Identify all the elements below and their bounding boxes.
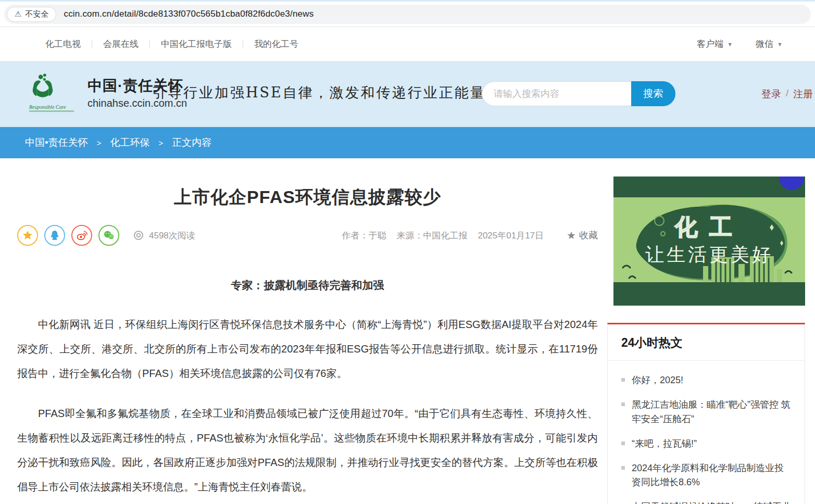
responsible-care-tagline	[29, 110, 74, 112]
chevron-down-icon: ▼	[727, 41, 733, 47]
hot-article-link[interactable]: 中国天然碱崛起恰逢其时——纯碱工业高质量发展综合述评之二	[621, 500, 791, 504]
hot-article-title: 2024年化学原料和化学制品制造业投资同比增长8.6%	[632, 461, 791, 490]
warning-icon: ⚠	[15, 9, 21, 19]
nav-link-e-paper[interactable]: 中国化工报电子版	[160, 38, 233, 50]
site-slogan: 引导行业加强HSE自律，激发和传递行业正能量	[152, 83, 486, 102]
page: ⚠ 不安全 ccin.com.cn/detail/8cde8133f070c56…	[0, 0, 815, 504]
share-weibo-button[interactable]	[71, 225, 92, 246]
qzone-star-icon	[22, 230, 33, 241]
article-meta-row: 4598次阅读 作者：于聪 来源：中国化工报 2025年01月17日 ★ 收藏	[17, 225, 598, 246]
view-count: 4598次阅读	[133, 230, 195, 242]
breadcrumb-separator: >	[97, 138, 102, 147]
weibo-icon	[76, 230, 87, 241]
banner-subtitle: 让生活更美好	[645, 244, 773, 265]
nav-separator	[149, 40, 150, 48]
hot-article-title: 黑龙江吉地油服：瞄准“靶心”强管控 筑牢安全“压舱石”	[632, 398, 791, 427]
wechat-label: 微信	[756, 38, 773, 50]
search-bar: 搜索	[482, 81, 675, 106]
banner-title: 化工	[674, 214, 744, 240]
share-qq-button[interactable]	[44, 225, 65, 246]
square-bullet-icon	[621, 442, 625, 445]
hot-article-link[interactable]: “来吧，拉瓦锡!”	[621, 437, 791, 451]
nav-link-my-account[interactable]: 我的化工号	[253, 38, 299, 50]
article-date: 2025年01月17日	[478, 230, 544, 242]
browser-address-bar: ⚠ 不安全 ccin.com.cn/detail/8cde8133f070c56…	[0, 0, 815, 27]
share-buttons	[17, 225, 119, 246]
qq-penguin-icon	[49, 230, 60, 241]
square-bullet-icon	[621, 466, 625, 470]
favorite-button[interactable]: ★ 收藏	[567, 229, 598, 242]
auth-links: 登录 / 注册	[761, 87, 813, 101]
star-icon: ★	[567, 229, 576, 242]
url-bar[interactable]: ⚠ 不安全 ccin.com.cn/detail/8cde8133f070c56…	[4, 5, 811, 24]
search-button[interactable]: 搜索	[631, 81, 675, 106]
register-link[interactable]: 注册	[793, 87, 813, 101]
article-body: 中化新网讯 近日，环保组织上海闵行区青悦环保信息技术服务中心（简称“上海青悦”）…	[17, 312, 598, 504]
article-author: 作者：于聪	[342, 230, 386, 242]
hot-article-title: “来吧，拉瓦锡!”	[632, 437, 697, 451]
breadcrumb-current: 正文内容	[172, 136, 211, 149]
search-input[interactable]	[482, 81, 631, 106]
article-source: 来源：中国化工报	[396, 230, 467, 242]
hot-article-link[interactable]: 2024年化学原料和化学制品制造业投资同比增长8.6%	[621, 461, 791, 490]
nav-separator	[243, 40, 243, 48]
article-paragraph: 中化新网讯 近日，环保组织上海闵行区青悦环保信息技术服务中心（简称“上海青悦”）…	[17, 312, 598, 386]
share-wechat-button[interactable]	[98, 225, 119, 246]
wechat-bubbles-icon	[103, 230, 115, 241]
topnav-right: 客户端 ▼ 微信 ▼	[697, 38, 783, 50]
breadcrumb-home[interactable]: 中国•责任关怀	[25, 136, 88, 149]
article-subtitle: 专家：披露机制亟待完善和加强	[17, 278, 598, 293]
url-text: ccin.com.cn/detail/8cde8133f070c565b1cba…	[64, 9, 314, 19]
nav-link-chemical-tv[interactable]: 化工电视	[44, 38, 82, 50]
responsible-care-hands-icon	[29, 73, 56, 101]
chemical-industry-banner[interactable]: 化工 让生活更美好	[613, 177, 805, 306]
sidebar: 化工 让生活更美好 24小时热文 你好，2025! 黑龙江吉地油服：瞄准“靶心”…	[613, 158, 805, 504]
hot-article-link[interactable]: 黑龙江吉地油服：瞄准“靶心”强管控 筑牢安全“压舱石”	[621, 398, 791, 427]
security-badge[interactable]: ⚠ 不安全	[7, 7, 56, 22]
site-logo[interactable]: Responsible Care	[29, 73, 81, 112]
breadcrumb-separator: >	[158, 138, 163, 147]
nav-link-expo-online[interactable]: 会展在线	[102, 38, 140, 50]
site-header: Responsible Care 中国·责任关怀 chinahse.ccin.c…	[0, 61, 815, 127]
favorite-label: 收藏	[579, 229, 598, 242]
wechat-dropdown[interactable]: 微信 ▼	[756, 38, 783, 50]
hot-articles-panel: 24小时热文 你好，2025! 黑龙江吉地油服：瞄准“靶心”强管控 筑牢安全“压…	[607, 323, 805, 504]
nav-separator	[92, 40, 92, 48]
hot-panel-header: 24小时热文	[608, 324, 805, 361]
article-paragraph: PFAS即全氟和多氟烷基物质，在全球工业和消费品领域已被广泛使用超过70年。“由…	[17, 401, 598, 499]
article-byline: 作者：于聪 来源：中国化工报 2025年01月17日 ★ 收藏	[342, 229, 598, 242]
square-bullet-icon	[621, 378, 625, 382]
responsible-care-label: Responsible Care	[29, 104, 81, 110]
square-bullet-icon	[621, 402, 625, 406]
top-utility-nav: 化工电视 会展在线 中国化工报电子版 我的化工号 客户端 ▼ 微信 ▼	[0, 27, 815, 61]
breadcrumb: 中国•责任关怀 > 化工环保 > 正文内容	[0, 127, 815, 158]
client-app-dropdown[interactable]: 客户端 ▼	[697, 38, 733, 50]
article-column: 上市化企PFAS环境信息披露较少	[0, 158, 598, 504]
auth-divider: /	[786, 87, 788, 101]
hot-article-title: 中国天然碱崛起恰逢其时——纯碱工业高质量发展综合述评之二	[632, 500, 791, 504]
breadcrumb-category[interactable]: 化工环保	[110, 136, 149, 149]
views-eye-icon	[133, 230, 144, 241]
hot-panel-title: 24小时热文	[621, 335, 791, 351]
login-link[interactable]: 登录	[761, 87, 781, 101]
share-qzone-button[interactable]	[17, 225, 38, 246]
hot-article-title: 你好，2025!	[632, 373, 683, 388]
content-area: 上市化企PFAS环境信息披露较少	[0, 158, 815, 504]
hot-article-link[interactable]: 你好，2025!	[621, 373, 791, 388]
hot-article-list: 你好，2025! 黑龙江吉地油服：瞄准“靶心”强管控 筑牢安全“压舱石” “来吧…	[608, 361, 805, 504]
article-title: 上市化企PFAS环境信息披露较少	[17, 185, 598, 209]
client-app-label: 客户端	[697, 38, 723, 50]
topnav-links: 化工电视 会展在线 中国化工报电子版 我的化工号	[44, 38, 299, 50]
security-label: 不安全	[25, 9, 48, 19]
chevron-down-icon: ▼	[777, 41, 783, 47]
view-count-text: 4598次阅读	[149, 230, 195, 242]
